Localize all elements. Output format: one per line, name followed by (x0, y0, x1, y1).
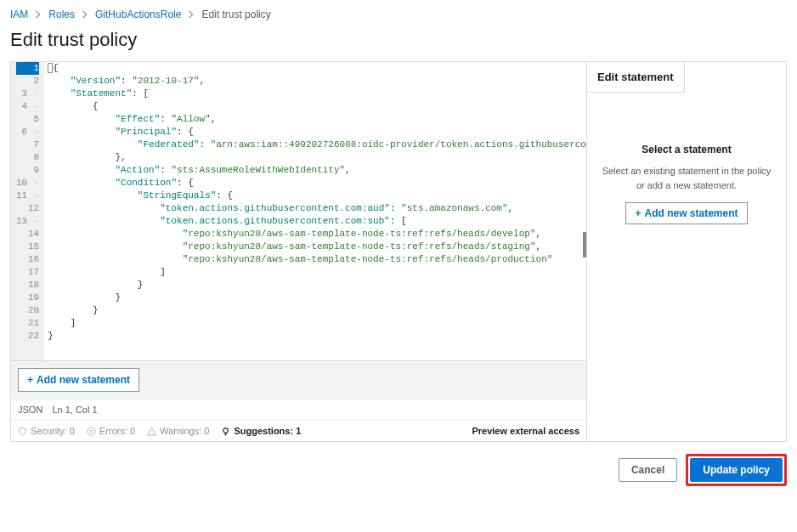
json-editor[interactable]: 123 -4 -56 -78910 -11 -1213 -14151617181… (11, 62, 586, 360)
update-policy-button[interactable]: Update policy (690, 458, 783, 482)
line-number: 17 (16, 266, 39, 279)
line-number: 16 (16, 253, 39, 266)
add-statement-label: Add new statement (37, 374, 130, 386)
sidebar-description: Select an existing statement in the poli… (597, 164, 776, 192)
line-number: 7 (16, 139, 39, 151)
line-number: 19 (16, 291, 39, 304)
code-line[interactable]: } (48, 330, 583, 342)
code-line[interactable]: } (48, 279, 583, 291)
lightbulb-icon (221, 427, 230, 436)
code-line[interactable]: "token.actions.githubusercontent.com:aud… (48, 202, 583, 215)
line-number: 6 - (16, 126, 39, 139)
line-number: 1 (16, 62, 39, 75)
code-line[interactable]: "Action": "sts:AssumeRoleWithWebIdentity… (48, 164, 583, 177)
errors-count: Errors: 0 (87, 426, 135, 436)
edit-statement-tab[interactable]: Edit statement (587, 62, 685, 93)
plus-icon: + (27, 374, 33, 386)
sidebar-add-new-statement-button[interactable]: + Add new statement (625, 202, 747, 224)
code-line[interactable]: } (48, 291, 583, 304)
line-number: 18 (16, 279, 39, 291)
svg-point-1 (223, 427, 229, 433)
code-line[interactable]: "repo:kshyun28/aws-sam-template-node-ts:… (48, 228, 583, 241)
code-line[interactable]: "StringEquals": { (48, 190, 583, 202)
sidebar-heading: Select a statement (597, 144, 776, 156)
preview-external-access[interactable]: Preview external access (472, 426, 579, 436)
chevron-right-icon (82, 10, 88, 19)
line-number: 2 (16, 75, 39, 88)
editor-footer: + Add new statement (11, 360, 586, 399)
code-line[interactable]: { (48, 62, 583, 75)
code-line[interactable]: "repo:kshyun28/aws-sam-template-node-ts:… (48, 253, 583, 266)
code-line[interactable]: "Condition": { (48, 177, 583, 190)
warning-icon (147, 427, 156, 436)
code-line[interactable]: } (48, 304, 583, 317)
code-line[interactable]: ] (48, 317, 583, 330)
code-line[interactable]: "Effect": "Allow", (48, 113, 583, 126)
code-line[interactable]: "Statement": [ (48, 88, 583, 100)
breadcrumb-iam[interactable]: IAM (10, 8, 28, 20)
line-number: 20 (16, 304, 39, 317)
line-number: 5 (16, 113, 39, 126)
breadcrumb-current: Edit trust policy (201, 8, 270, 20)
code-area[interactable]: { "Version": "2012-10-17", "Statement": … (44, 62, 586, 360)
line-number: 15 (16, 241, 39, 253)
add-new-statement-button[interactable]: + Add new statement (18, 368, 139, 392)
edit-statement-sidebar: Edit statement Select a statement Select… (586, 62, 786, 441)
error-icon (87, 427, 96, 436)
code-line[interactable]: }, (48, 151, 583, 164)
line-number: 3 - (16, 88, 39, 100)
update-highlight: Update policy (686, 454, 787, 486)
warnings-count: Warnings: 0 (147, 426, 209, 436)
line-number: 10 - (16, 177, 39, 190)
sidebar-add-statement-label: Add new statement (645, 207, 738, 219)
code-line[interactable]: "Version": "2012-10-17", (48, 75, 583, 88)
line-number: 13 - (16, 215, 39, 228)
cancel-button[interactable]: Cancel (619, 458, 677, 482)
line-number: 14 (16, 228, 39, 241)
scrollbar-handle[interactable] (583, 232, 586, 258)
editor-type: JSON (18, 405, 42, 415)
warnings-row: Security: 0 Errors: 0 Warnings: 0 Sugges… (11, 420, 586, 441)
code-line[interactable]: ] (48, 266, 583, 279)
breadcrumb-roles[interactable]: Roles (48, 8, 75, 20)
line-number: 22 (16, 330, 39, 342)
line-number: 11 - (16, 190, 39, 202)
line-number: 8 (16, 151, 39, 164)
page-title: Edit trust policy (10, 29, 787, 51)
suggestions-count[interactable]: Suggestions: 1 (221, 426, 301, 436)
code-line[interactable]: "Federated": "arn:aws:iam::499202726088:… (48, 139, 583, 151)
line-number: 4 - (16, 100, 39, 113)
shield-icon (18, 427, 27, 436)
line-number: 9 (16, 164, 39, 177)
chevron-right-icon (35, 10, 42, 19)
breadcrumb-role-name[interactable]: GitHubActionsRole (95, 8, 181, 20)
editor-status-row: JSON Ln 1, Col 1 (11, 399, 586, 420)
code-line[interactable]: "token.actions.githubusercontent.com:sub… (48, 215, 583, 228)
line-number: 12 (16, 202, 39, 215)
breadcrumb: IAM Roles GitHubActionsRole Edit trust p… (10, 8, 787, 20)
line-number: 21 (16, 317, 39, 330)
line-number-gutter: 123 -4 -56 -78910 -11 -1213 -14151617181… (11, 62, 44, 360)
editor-cursor-pos: Ln 1, Col 1 (52, 405, 97, 415)
code-line[interactable]: "Principal": { (48, 126, 583, 139)
code-line[interactable]: { (48, 100, 583, 113)
chevron-right-icon (188, 10, 195, 19)
security-count: Security: 0 (18, 426, 75, 436)
plus-icon: + (635, 207, 641, 219)
editor-panel: 123 -4 -56 -78910 -11 -1213 -14151617181… (10, 61, 787, 442)
editor-left: 123 -4 -56 -78910 -11 -1213 -14151617181… (11, 62, 586, 441)
code-line[interactable]: "repo:kshyun28/aws-sam-template-node-ts:… (48, 241, 583, 253)
action-bar: Cancel Update policy (10, 454, 787, 486)
